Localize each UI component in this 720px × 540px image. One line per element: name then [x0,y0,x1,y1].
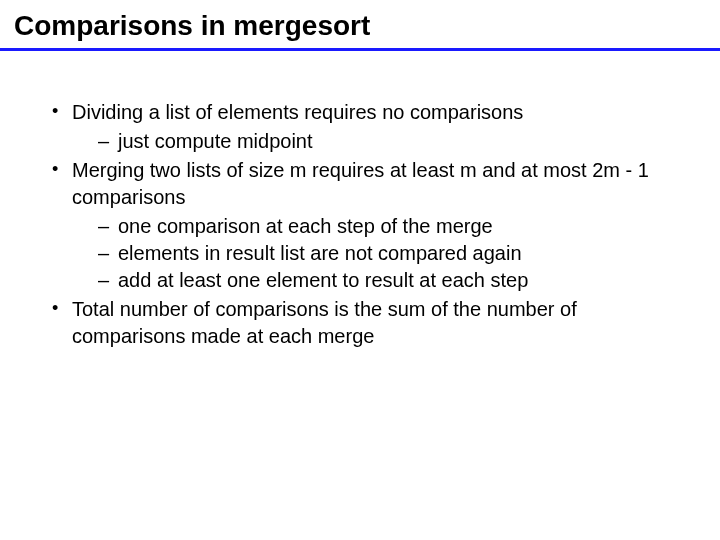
bullet-text: Merging two lists of size m requires at … [72,159,649,208]
bullet-text: add at least one element to result at ea… [118,269,528,291]
bullet-text: elements in result list are not compared… [118,242,522,264]
bullet-text: one comparison at each step of the merge [118,215,493,237]
list-item: Total number of comparisons is the sum o… [48,296,672,350]
list-item: add at least one element to result at ea… [96,267,672,294]
list-item: Dividing a list of elements requires no … [48,99,672,155]
slide: Comparisons in mergesort Dividing a list… [0,0,720,540]
bullet-text: Dividing a list of elements requires no … [72,101,523,123]
slide-content: Dividing a list of elements requires no … [0,51,720,350]
bullet-text: just compute midpoint [118,130,313,152]
slide-title: Comparisons in mergesort [0,0,720,48]
bullet-text: Total number of comparisons is the sum o… [72,298,577,347]
list-item: Merging two lists of size m requires at … [48,157,672,294]
sub-list: just compute midpoint [72,128,672,155]
list-item: just compute midpoint [96,128,672,155]
list-item: one comparison at each step of the merge [96,213,672,240]
list-item: elements in result list are not compared… [96,240,672,267]
bullet-list: Dividing a list of elements requires no … [48,99,672,350]
sub-list: one comparison at each step of the merge… [72,213,672,294]
